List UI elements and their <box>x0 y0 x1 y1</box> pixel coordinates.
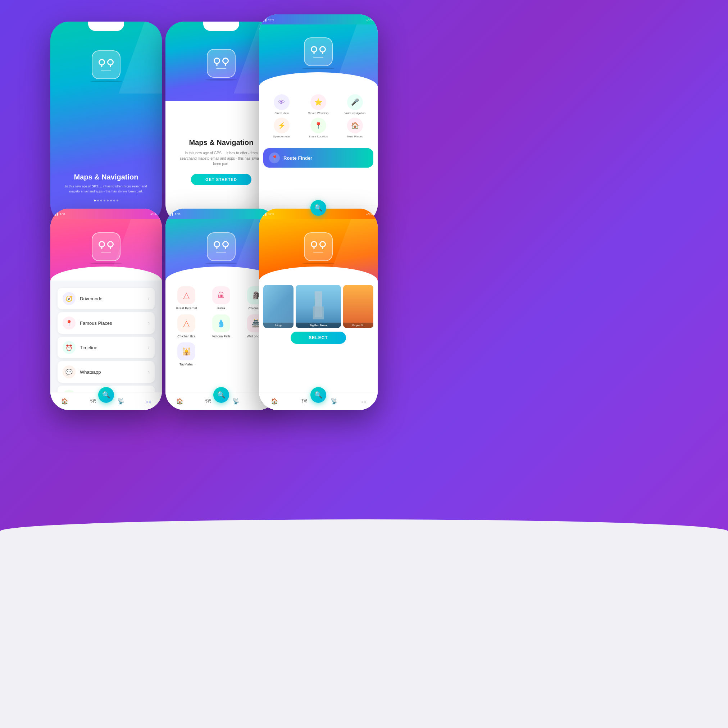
gallery-row: Bridge <box>263 285 373 328</box>
route-finder-banner[interactable]: 📍 Route Finder <box>263 148 373 168</box>
nav-route-5[interactable]: 🗺 <box>205 398 211 405</box>
taj-mahal-label: Taj Mahal <box>179 362 194 366</box>
nav-route-6[interactable]: 🗺 <box>301 398 307 405</box>
splash-2-title: Maps & Navigation <box>189 139 254 147</box>
svg-rect-5 <box>343 285 373 328</box>
nav-home-4[interactable]: 🏠 <box>61 398 68 405</box>
grid-item-speed[interactable]: ⚡ Speedometer <box>267 118 296 138</box>
route-icon: 📍 <box>269 153 280 163</box>
place-petra[interactable]: 🏛 Petra <box>206 286 237 310</box>
nav-home-6[interactable]: 🏠 <box>271 398 278 405</box>
phone-4-settings: ▌▌ 47% 14:47 <box>50 209 162 410</box>
whatsapp-label: Whatsapp <box>80 369 148 375</box>
famous-places-label: Famous Places <box>80 320 148 326</box>
status-time-3: 14:47 <box>366 18 373 21</box>
settings-famous-places[interactable]: 📍 Famous Places › <box>58 312 154 334</box>
select-button[interactable]: SELECT <box>291 332 346 344</box>
grid-item-street[interactable]: 👁 Street view <box>267 94 296 115</box>
gallery-bigben[interactable]: Big Ben Tower <box>296 285 341 328</box>
route-finder-label: Route Finder <box>283 155 312 161</box>
status-signal-3: ▌▌ 47% <box>263 18 274 21</box>
svg-rect-3 <box>313 306 324 320</box>
nav-more-4[interactable]: ⚏ <box>146 398 151 405</box>
phones-grid: Maps & Navigation In this new age of GPS… <box>0 0 728 728</box>
gallery-empire[interactable]: Empire St. <box>343 285 373 328</box>
phone-1-splash: Maps & Navigation In this new age of GPS… <box>50 21 162 223</box>
search-fab-3[interactable]: 🔍 <box>310 200 326 216</box>
status-signal-6: ▌▌ 47% <box>263 212 274 216</box>
phone-1-notch <box>88 21 124 31</box>
phone-1-inner: Maps & Navigation In this new age of GPS… <box>50 21 162 223</box>
splash-2-subtitle: In this new age of GPS.... it has to off… <box>173 150 270 167</box>
gallery-bridge[interactable]: Bridge <box>263 285 294 328</box>
status-signal-5: ▌▌ 47% <box>170 212 180 216</box>
search-fab-6[interactable]: 🔍 <box>310 387 326 403</box>
phone-2-notch <box>203 21 239 31</box>
bigben-label: Big Ben Tower <box>310 324 327 327</box>
app-logo-2 <box>207 49 236 78</box>
nav-track-5[interactable]: 📡 <box>232 398 240 405</box>
settings-timeline[interactable]: ⏰ Timeline › <box>58 336 154 358</box>
bottom-nav-4: 🏠 🗺 🔍 📡 ⚏ <box>50 392 162 410</box>
timeline-arrow: › <box>148 344 150 350</box>
place-great-pyramid[interactable]: △ Great Pyramid <box>171 286 202 310</box>
place-taj-mahal[interactable]: 🕌 Taj Mahal <box>171 343 202 366</box>
search-fab-4[interactable]: 🔍 <box>98 387 114 403</box>
victoria-falls-label: Victoria Falls <box>212 335 230 338</box>
svg-rect-0 <box>263 285 294 328</box>
status-time-4: 14:47 <box>150 212 158 216</box>
search-fab-5[interactable]: 🔍 <box>213 387 229 403</box>
grid-row-1: 👁 Street view ⭐ Seven Wonders 🎤 Voice na… <box>263 94 373 115</box>
drivemode-label: Drivemode <box>80 296 148 301</box>
splash-1-subtitle: In this new age of GPS.... it has to off… <box>50 184 162 194</box>
phone-3-home: ▌▌ 47% 14:47 <box>259 14 378 223</box>
phone-4-header <box>50 209 162 281</box>
settings-drivemode[interactable]: 🧭 Drivemode › <box>58 288 154 309</box>
place-chichen-itza[interactable]: △ Chichen Itza <box>171 314 202 338</box>
settings-whatsapp[interactable]: 💬 Whatsapp › <box>58 361 154 383</box>
bridge-label: Bridge <box>275 324 282 327</box>
whatsapp-arrow: › <box>148 369 150 375</box>
loading-dots <box>94 200 118 202</box>
gallery-section: Bridge <box>259 281 378 351</box>
grid-row-2: ⚡ Speedometer 📍 Share Location 🏠 Near Pl… <box>263 118 373 138</box>
petra-label: Petra <box>217 306 225 310</box>
phone-6-gallery: ▌▌ 47% 14:47 <box>259 209 378 410</box>
famous-places-arrow: › <box>148 320 150 326</box>
feature-grid: 👁 Street view ⭐ Seven Wonders 🎤 Voice na… <box>259 90 378 145</box>
app-logo-3 <box>304 37 333 66</box>
empire-label: Empire St. <box>352 324 364 327</box>
nav-home-5[interactable]: 🏠 <box>176 398 184 405</box>
app-logo-5 <box>207 232 236 261</box>
chichen-itza-label: Chichen Itza <box>177 335 195 338</box>
nav-track-4[interactable]: 📡 <box>117 398 124 405</box>
splash-1-title: Maps & Navigation <box>74 173 139 181</box>
timeline-label: Timeline <box>80 345 148 350</box>
phone-3-header <box>259 14 378 86</box>
nav-more-6[interactable]: ⚏ <box>361 398 366 405</box>
nav-track-6[interactable]: 📡 <box>330 398 338 405</box>
drivemode-arrow: › <box>148 296 150 301</box>
grid-item-wonders[interactable]: ⭐ Seven Wonders <box>304 94 333 115</box>
grid-item-share[interactable]: 📍 Share Location <box>304 118 333 138</box>
app-logo-4 <box>92 232 121 261</box>
grid-item-voice[interactable]: 🎤 Voice navigation <box>341 94 369 115</box>
nav-route-4[interactable]: 🗺 <box>90 398 96 405</box>
grid-item-near[interactable]: 🏠 Near Places <box>341 118 369 138</box>
get-started-button[interactable]: GET STARTED <box>191 174 251 185</box>
great-pyramid-label: Great Pyramid <box>176 306 197 310</box>
status-time-6: 14:47 <box>366 212 373 216</box>
status-signal-4: ▌▌ 47% <box>55 212 66 216</box>
bottom-nav-6: 🏠 🗺 🔍 📡 ⚏ <box>259 392 378 410</box>
place-victoria-falls[interactable]: 💧 Victoria Falls <box>206 314 237 338</box>
phone-6-header <box>259 209 378 281</box>
app-logo-6 <box>304 232 333 261</box>
app-logo-1 <box>92 50 121 79</box>
